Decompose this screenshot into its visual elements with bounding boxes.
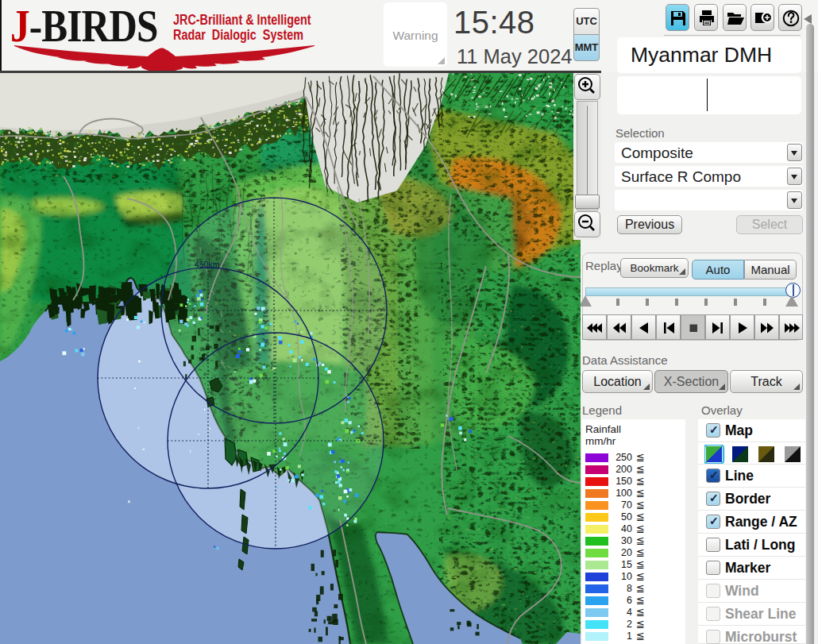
svg-text:450km: 450km [195,260,220,269]
